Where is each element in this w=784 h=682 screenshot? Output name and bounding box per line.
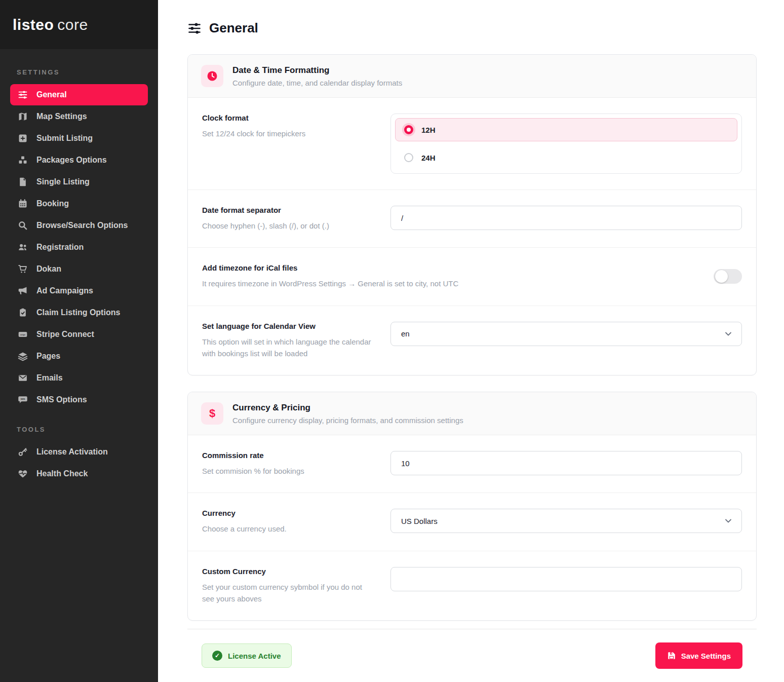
nav-section-tools: TOOLS xyxy=(17,426,148,433)
save-icon xyxy=(667,651,676,660)
nav-section-settings: SETTINGS xyxy=(17,68,148,76)
megaphone-icon xyxy=(18,286,28,296)
sidebar-item-pages[interactable]: Pages xyxy=(10,346,148,367)
check-circle-icon: ✓ xyxy=(212,651,222,661)
card-header: $ Currency & Pricing Configure currency … xyxy=(188,392,756,435)
sidebar-item-dokan[interactable]: Dokan xyxy=(10,258,148,280)
sidebar-item-browse-search-options[interactable]: Browse/Search Options xyxy=(10,215,148,236)
sidebar-item-claim-listing-options[interactable]: Claim Listing Options xyxy=(10,302,148,323)
setting-label-block: Commission rate Set commision % for book… xyxy=(202,451,390,477)
svg-text:stripe: stripe xyxy=(20,334,25,336)
setting-control: en xyxy=(390,322,742,360)
sidebar-item-label: Submit Listing xyxy=(36,134,93,143)
sidebar: listeocore SETTINGS General Map Settings… xyxy=(0,0,158,682)
save-button-label: Save Settings xyxy=(681,652,731,660)
sidebar-item-label: Pages xyxy=(36,352,60,361)
sidebar-item-general[interactable]: General xyxy=(10,84,148,105)
setting-row-currency: Currency Choose a currency used. US Doll… xyxy=(188,493,756,551)
setting-label-block: Clock format Set 12/24 clock for timepic… xyxy=(202,113,390,174)
key-icon xyxy=(18,447,28,457)
setting-description: It requires timezone in WordPress Settin… xyxy=(202,278,698,289)
save-settings-button[interactable]: Save Settings xyxy=(655,642,742,669)
setting-label-block: Set language for Calendar View This opti… xyxy=(202,322,390,360)
sidebar-logo-area: listeocore xyxy=(0,0,158,49)
setting-label: Commission rate xyxy=(202,451,375,460)
setting-control: US Dollars xyxy=(390,509,742,535)
setting-label: Set language for Calendar View xyxy=(202,322,375,330)
page-title: General xyxy=(187,20,784,36)
main-content: General Date & Time Formatting Configure… xyxy=(158,0,784,621)
currency-select[interactable]: US Dollars xyxy=(390,509,742,533)
dollar-icon: $ xyxy=(201,402,223,425)
toggle-knob xyxy=(715,270,728,283)
setting-description: Choose hyphen (-), slash (/), or dot (.) xyxy=(202,220,375,232)
sidebar-item-registration[interactable]: Registration xyxy=(10,237,148,258)
stripe-icon: stripe xyxy=(18,329,28,339)
sidebar-item-label: Claim Listing Options xyxy=(36,308,120,317)
chevron-down-icon xyxy=(723,329,733,339)
sidebar-item-label: Registration xyxy=(36,243,84,252)
clipboard-check-icon xyxy=(18,308,28,318)
page-title-text: General xyxy=(209,20,258,36)
card-header-text: Date & Time Formatting Configure date, t… xyxy=(232,65,402,87)
sidebar-item-label: Browse/Search Options xyxy=(36,221,128,230)
setting-description: Choose a currency used. xyxy=(202,523,375,535)
envelope-icon xyxy=(18,373,28,383)
card-date-time-formatting: Date & Time Formatting Configure date, t… xyxy=(187,54,757,375)
select-value: en xyxy=(401,329,410,338)
ical-timezone-toggle[interactable] xyxy=(714,269,742,284)
sidebar-item-emails[interactable]: Emails xyxy=(10,367,148,389)
setting-description: Set commision % for bookings xyxy=(202,465,375,477)
sidebar-item-packages-options[interactable]: Packages Options xyxy=(10,149,148,171)
radio-unselected-icon[interactable] xyxy=(404,153,413,162)
card-title: Currency & Pricing xyxy=(232,403,463,413)
sidebar-item-stripe-connect[interactable]: stripe Stripe Connect xyxy=(10,324,148,345)
sidebar-item-license-activation[interactable]: License Activation xyxy=(10,441,148,463)
calendar-language-select[interactable]: en xyxy=(390,322,742,346)
sidebar-item-label: Map Settings xyxy=(36,112,87,121)
sidebar-item-single-listing[interactable]: Single Listing xyxy=(10,171,148,193)
date-separator-input[interactable] xyxy=(390,206,742,230)
radio-option-24h[interactable]: 24H xyxy=(395,146,737,169)
plus-square-icon xyxy=(18,133,28,143)
setting-description: Set your custom currency sybmbol if you … xyxy=(202,581,375,605)
card-title: Date & Time Formatting xyxy=(232,65,402,75)
sidebar-item-submit-listing[interactable]: Submit Listing xyxy=(10,128,148,149)
file-icon xyxy=(18,177,28,187)
setting-label-block: Date format separator Choose hyphen (-),… xyxy=(202,206,390,232)
setting-label-block: Custom Currency Set your custom currency… xyxy=(202,567,390,605)
setting-label-block: Currency Choose a currency used. xyxy=(202,509,390,535)
setting-control: 12H 24H xyxy=(390,113,742,174)
sms-icon: SMS xyxy=(18,395,28,405)
setting-control xyxy=(390,206,742,232)
setting-label: Date format separator xyxy=(202,206,375,214)
setting-description: Set 12/24 clock for timepickers xyxy=(202,128,375,139)
sidebar-item-ad-campaigns[interactable]: Ad Campaigns xyxy=(10,280,148,301)
footer-inner: ✓ License Active Save Settings xyxy=(187,629,757,682)
radio-option-label: 24H xyxy=(421,154,436,162)
sidebar-item-map-settings[interactable]: Map Settings xyxy=(10,106,148,127)
card-subtitle: Configure date, time, and calendar displ… xyxy=(232,79,402,87)
setting-label: Currency xyxy=(202,509,375,517)
commission-rate-input[interactable] xyxy=(390,451,742,475)
packages-icon xyxy=(18,155,28,165)
sidebar-item-health-check[interactable]: Health Check xyxy=(10,463,148,484)
setting-label-block: Add timezone for iCal files It requires … xyxy=(202,263,714,289)
sidebar-item-label: Booking xyxy=(36,199,69,208)
sidebar-item-label: License Activation xyxy=(36,447,108,457)
radio-selected-icon[interactable] xyxy=(404,125,413,134)
setting-row-custom-currency: Custom Currency Set your custom currency… xyxy=(188,551,756,621)
sidebar-item-booking[interactable]: Booking xyxy=(10,193,148,214)
sliders-icon xyxy=(18,90,28,100)
select-value: US Dollars xyxy=(401,517,438,525)
custom-currency-input[interactable] xyxy=(390,567,742,591)
setting-description: This option will set in which language t… xyxy=(202,336,375,360)
sidebar-item-sms-options[interactable]: SMS SMS Options xyxy=(10,389,148,410)
calendar-icon xyxy=(18,199,28,209)
radio-option-12h[interactable]: 12H xyxy=(395,118,737,141)
search-icon xyxy=(18,220,28,231)
brand-logo-light: core xyxy=(57,16,88,33)
setting-row-ical-timezone: Add timezone for iCal files It requires … xyxy=(188,248,756,306)
sidebar-item-label: Stripe Connect xyxy=(36,330,94,339)
users-icon xyxy=(18,242,28,252)
